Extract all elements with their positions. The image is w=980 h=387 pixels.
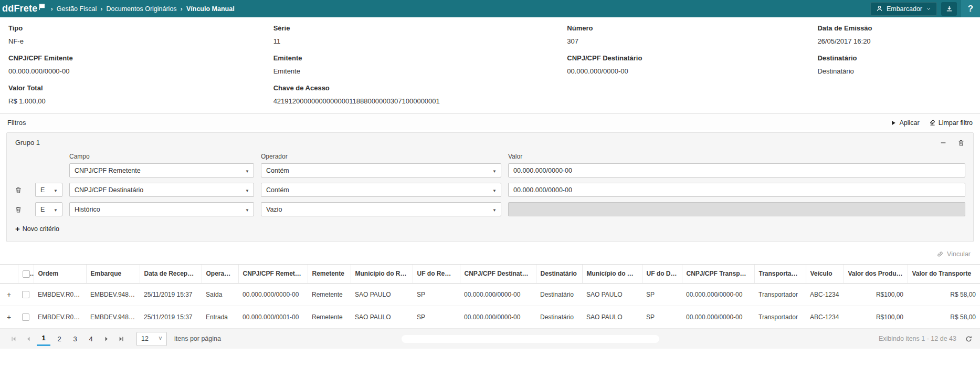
col-header-uf-do-destinatario[interactable]: UF do De... — [642, 265, 682, 284]
page-button-3[interactable]: 3 — [68, 332, 82, 346]
col-header-municipio-do-destinatario[interactable]: Município do De... — [582, 265, 642, 284]
delete-group-button[interactable] — [957, 139, 965, 147]
cell-remetente: Remetente — [308, 306, 351, 328]
pager-status: Exibindo itens 1 - 12 de 43 — [879, 335, 956, 342]
cell-cnpj-cpf-destinatario: 00.000.000/0000-00 — [460, 306, 536, 328]
help-button[interactable]: ? — [961, 0, 980, 17]
field-select[interactable]: CNPJ/CPF Remetente — [69, 163, 254, 177]
dropdown-caret-icon — [159, 335, 162, 342]
filter-value-input[interactable] — [508, 183, 965, 197]
operator-select-value: Vazio — [266, 206, 282, 213]
results-table: Ordem Embarque Data de Recepção Operação… — [0, 264, 980, 329]
chevron-down-icon — [926, 6, 931, 12]
expand-row-button[interactable]: + — [0, 306, 18, 328]
next-page-button[interactable] — [100, 332, 112, 345]
cell-uf-do-remetente: SP — [413, 306, 460, 328]
select-all-checkbox[interactable] — [23, 270, 30, 278]
field-serie: Série 11 — [273, 24, 567, 45]
col-header-embarque[interactable]: Embarque — [86, 265, 140, 284]
col-header-destinatario[interactable]: Destinatário — [536, 265, 582, 284]
table-header-row: Ordem Embarque Data de Recepção Operação… — [0, 265, 980, 284]
col-header-municipio-do-remetente[interactable]: Município do Re... — [351, 265, 413, 284]
trash-icon — [15, 206, 28, 213]
page-size-select[interactable]: 12 — [136, 332, 167, 346]
field-select[interactable]: CNPJ/CPF Destinatário — [69, 183, 254, 197]
filters-title: Filtros — [7, 119, 26, 127]
breadcrumb-vinculo-manual[interactable]: Vínculo Manual — [186, 5, 235, 13]
field-value: Emitente — [273, 67, 567, 75]
col-header-expand — [0, 265, 18, 284]
filter-value-input[interactable] — [508, 163, 965, 177]
operator-select[interactable]: Contém — [261, 163, 501, 177]
field-value: 26/05/2017 16:20 — [817, 37, 972, 45]
cell-destinatario: Destinatário — [536, 283, 582, 306]
logic-select[interactable]: E — [35, 183, 62, 197]
vincular-button[interactable]: Vincular — [936, 250, 971, 258]
first-page-button[interactable] — [7, 332, 20, 345]
breadcrumb-documentos-originarios[interactable]: Documentos Originários — [107, 5, 177, 13]
col-header-remetente[interactable]: Remetente — [308, 265, 351, 284]
cell-cnpj-cpf-destinatario: 00.000.000/0000-00 — [460, 283, 536, 306]
new-criterion-button[interactable]: Novo critério — [15, 225, 59, 233]
brand-text: ddFrete — [2, 3, 37, 14]
col-header-valor-do-transporte[interactable]: Valor do Transporte — [908, 265, 980, 284]
clear-filter-label: Limpar filtro — [939, 119, 973, 127]
cell-uf-do-destinatario: SP — [642, 283, 682, 306]
page-button-4[interactable]: 4 — [84, 332, 98, 346]
apply-filter-button[interactable]: Aplicar — [890, 119, 919, 127]
cell-embarque: EMBDEV.94877 — [86, 283, 140, 306]
field-label: Número — [567, 24, 817, 32]
logic-select[interactable]: E — [35, 202, 62, 216]
breadcrumb-separator-icon — [181, 5, 183, 13]
col-header-uf-do-remetente[interactable]: UF do Rem... — [413, 265, 460, 284]
cell-data-de-recepcao: 25/11/2019 15:37 — [140, 306, 202, 328]
field-value: 307 — [567, 37, 817, 45]
dropdown-caret-icon — [54, 186, 58, 194]
delete-criterion-button[interactable] — [15, 186, 28, 194]
operator-select[interactable]: Vazio — [261, 202, 501, 216]
breadcrumb: Gestão Fiscal Documentos Originários Vín… — [50, 5, 234, 13]
previous-page-button[interactable] — [22, 332, 35, 345]
field-value: 00.000.000/0000-00 — [8, 67, 273, 75]
horizontal-scrollbar-thumb[interactable] — [402, 335, 659, 343]
download-button[interactable] — [941, 2, 957, 16]
top-bar: ddFrete Gestão Fiscal Documentos Originá… — [0, 0, 980, 17]
delete-criterion-button[interactable] — [15, 206, 28, 213]
col-header-valor-dos-produtos[interactable]: Valor dos Produtos — [844, 265, 908, 284]
filters-actions: Aplicar Limpar filtro — [890, 119, 973, 127]
new-criterion-label: Novo critério — [23, 225, 59, 233]
dropdown-caret-icon — [492, 167, 497, 174]
embarcador-menu-button[interactable]: Embarcador — [870, 2, 937, 16]
col-header-cnpj-cpf-destinatario[interactable]: CNPJ/CPF Destinatário — [460, 265, 536, 284]
operator-select[interactable]: Contém — [261, 183, 501, 197]
field-select[interactable]: Histórico — [69, 202, 254, 216]
page-button-1[interactable]: 1 — [37, 332, 50, 346]
col-header-ordem[interactable]: Ordem — [34, 265, 86, 284]
col-header-operacao[interactable]: Operação — [202, 265, 238, 284]
expand-row-button[interactable]: + — [0, 283, 18, 306]
field-label: Emitente — [273, 54, 567, 62]
col-header-veiculo[interactable]: Veículo — [806, 265, 844, 284]
col-header-transportador[interactable]: Transportador — [754, 265, 806, 284]
page-button-2[interactable]: 2 — [52, 332, 66, 346]
cell-municipio-do-destinatario: SAO PAULO — [582, 283, 642, 306]
field-emitente: Emitente Emitente — [273, 54, 567, 75]
field-value: NF-e — [8, 37, 273, 45]
row-checkbox[interactable] — [22, 291, 29, 298]
filters-bar: Filtros Aplicar Limpar filtro — [0, 113, 980, 130]
breadcrumb-gestao-fiscal[interactable]: Gestão Fiscal — [57, 5, 97, 13]
col-header-data-de-recepcao[interactable]: Data de Recepção — [140, 265, 202, 284]
col-header-cnpj-cpf-remetente[interactable]: CNPJ/CPF Remetente — [238, 265, 308, 284]
last-page-button[interactable] — [114, 332, 127, 345]
brand-logo[interactable]: ddFrete — [1, 3, 50, 14]
col-header-cnpj-cpf-transportador[interactable]: CNPJ/CPF Transpor... — [682, 265, 754, 284]
field-chave-acesso: Chave de Acesso 421912000000000000001188… — [273, 84, 972, 105]
row-checkbox[interactable] — [22, 313, 29, 321]
field-value: 4219120000000000000011888000000307100000… — [273, 97, 972, 105]
clear-filter-button[interactable]: Limpar filtro — [929, 119, 973, 127]
field-label: CNPJ/CPF Emitente — [8, 54, 273, 62]
collapse-group-button[interactable] — [940, 139, 947, 147]
field-label: Data de Emissão — [817, 24, 972, 32]
refresh-icon[interactable] — [965, 335, 973, 343]
cell-valor-dos-produtos: R$100,00 — [844, 306, 908, 328]
